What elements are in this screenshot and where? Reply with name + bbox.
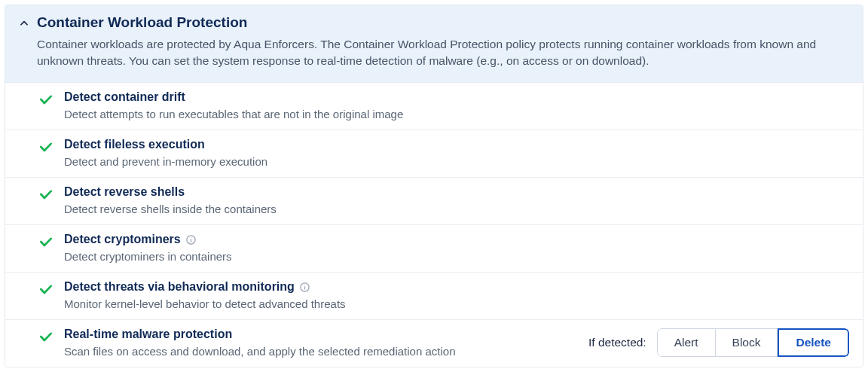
panel-title: Container Workload Protection	[37, 14, 247, 31]
policy-item: Detect cryptominers Detect cryptominers …	[5, 225, 863, 273]
check-icon	[38, 234, 53, 249]
policy-item: Detect container drift Detect attempts t…	[5, 83, 863, 130]
policy-item: Detect threats via behavioral monitoring…	[5, 273, 863, 320]
policy-item-description: Monitor kernel-level behavior to detect …	[64, 297, 849, 310]
check-icon	[38, 282, 53, 297]
container-workload-protection-panel: Container Workload Protection Container …	[5, 5, 863, 367]
policy-item: Real-time malware protection Scan files …	[5, 320, 863, 367]
info-icon[interactable]	[185, 234, 197, 245]
panel-header: Container Workload Protection Container …	[5, 5, 863, 83]
policy-item-description: Scan files on access and download, and a…	[64, 345, 573, 358]
policy-item-title: Detect fileless execution	[64, 138, 205, 151]
remediation-segmented-control: AlertBlockDelete	[657, 328, 849, 357]
policy-item-title: Detect threats via behavioral monitoring	[64, 280, 310, 294]
policy-item: Detect reverse shells Detect reverse she…	[5, 178, 863, 225]
check-icon	[38, 329, 53, 344]
check-icon	[38, 187, 53, 202]
policy-item-title: Detect reverse shells	[64, 185, 185, 199]
remediation-option-delete[interactable]: Delete	[778, 328, 849, 357]
check-icon	[38, 139, 53, 154]
policy-item: Detect fileless execution Detect and pre…	[5, 130, 863, 178]
policy-item-title: Real-time malware protection	[64, 328, 232, 341]
remediation-option-alert[interactable]: Alert	[657, 328, 716, 357]
remediation-option-block[interactable]: Block	[716, 328, 778, 357]
panel-description: Container workloads are protected by Aqu…	[37, 36, 849, 70]
info-icon[interactable]	[299, 282, 310, 293]
policy-item-description: Detect reverse shells inside the contain…	[64, 203, 849, 215]
check-icon	[38, 92, 53, 107]
action-label: If detected:	[588, 336, 646, 349]
svg-point-11	[191, 238, 191, 239]
remediation-action-area: If detected: AlertBlockDelete	[573, 328, 849, 357]
policy-item-title: Detect cryptominers	[64, 233, 197, 246]
svg-point-14	[304, 285, 305, 286]
policy-item-description: Detect cryptominers in containers	[64, 250, 849, 263]
chevron-up-icon[interactable]	[19, 18, 29, 29]
policy-item-description: Detect attempts to run executables that …	[64, 108, 849, 120]
policy-item-title: Detect container drift	[64, 90, 185, 104]
policy-item-description: Detect and prevent in-memory execution	[64, 155, 849, 168]
